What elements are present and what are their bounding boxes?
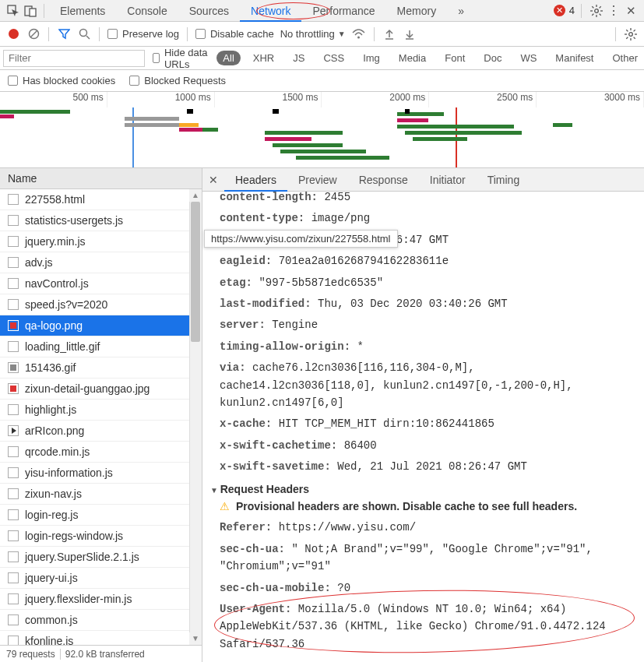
request-row[interactable]: adv.js bbox=[0, 252, 202, 273]
request-row[interactable]: loading_little.gif bbox=[0, 336, 202, 357]
filter-type-font[interactable]: Font bbox=[438, 51, 471, 65]
file-list[interactable]: 227558.htmlstatistics-usergets.jsjquery.… bbox=[0, 189, 202, 645]
filter-type-img[interactable]: Img bbox=[357, 51, 386, 65]
request-row[interactable]: jquery.flexslider-min.js bbox=[0, 589, 202, 610]
filter-type-xhr[interactable]: XHR bbox=[247, 51, 280, 65]
request-row[interactable]: arRIcon.png bbox=[0, 421, 202, 442]
response-header-row: timing-allow-origin: * bbox=[220, 338, 632, 355]
request-row[interactable]: speed.js?v=2020 bbox=[0, 294, 202, 315]
request-row[interactable]: navControl.js bbox=[0, 273, 202, 294]
request-row[interactable]: jquery.min.js bbox=[0, 231, 202, 252]
main-tab-sources[interactable]: Sources bbox=[178, 0, 240, 22]
header-value: * bbox=[357, 340, 363, 353]
file-type-icon bbox=[8, 636, 19, 645]
preserve-log-checkbox[interactable]: Preserve log bbox=[107, 28, 179, 40]
name-column-header[interactable]: Name bbox=[0, 168, 202, 189]
svg-point-19 bbox=[629, 32, 633, 36]
search-icon[interactable] bbox=[77, 27, 91, 41]
request-row[interactable]: zixun-detail-guanggao.jpg bbox=[0, 379, 202, 400]
disable-cache-checkbox[interactable]: Disable cache bbox=[195, 28, 274, 40]
header-value: "997-5b5871edc6535" bbox=[259, 276, 383, 289]
filter-type-other[interactable]: Other bbox=[606, 51, 644, 65]
svg-point-14 bbox=[79, 30, 86, 37]
kebab-icon[interactable]: ⋮ bbox=[605, 2, 622, 19]
headers-body[interactable]: content-length: 2455content-type: image/… bbox=[202, 192, 644, 662]
wifi-icon[interactable] bbox=[352, 27, 366, 41]
request-row[interactable]: jquery.SuperSlide.2.1.js bbox=[0, 547, 202, 568]
main-tab-memory[interactable]: Memory bbox=[386, 0, 448, 22]
request-row[interactable]: zixun-nav.js bbox=[0, 484, 202, 505]
svg-line-26 bbox=[626, 37, 628, 38]
request-row[interactable]: jquery-ui.js bbox=[0, 568, 202, 589]
header-value: https://www.yisu.com/ bbox=[279, 521, 416, 533]
scrollbar[interactable]: ▲ ▼ bbox=[189, 189, 202, 645]
detail-tab-headers[interactable]: Headers bbox=[224, 168, 287, 192]
settings-gear-icon[interactable] bbox=[624, 27, 638, 41]
svg-line-10 bbox=[592, 13, 593, 15]
hide-data-urls-checkbox[interactable]: Hide data URLs bbox=[153, 47, 209, 70]
file-type-icon bbox=[8, 425, 19, 436]
gear-icon[interactable] bbox=[588, 2, 605, 19]
has-blocked-cookies-checkbox[interactable]: Has blocked cookies bbox=[8, 75, 115, 86]
throttling-dropdown[interactable]: No throttling ▼ bbox=[280, 28, 346, 40]
record-button[interactable] bbox=[6, 27, 20, 41]
filter-bar: Hide data URLs AllXHRJSCSSImgMediaFontDo… bbox=[0, 47, 644, 70]
request-row[interactable]: yisu-information.js bbox=[0, 463, 202, 484]
filter-type-css[interactable]: CSS bbox=[317, 51, 350, 65]
filter-type-doc[interactable]: Doc bbox=[477, 51, 508, 65]
request-row[interactable]: statistics-usergets.js bbox=[0, 210, 202, 231]
download-icon[interactable] bbox=[403, 27, 417, 41]
separator bbox=[99, 27, 100, 41]
request-row[interactable]: login-reg.js bbox=[0, 505, 202, 526]
detail-tab-preview[interactable]: Preview bbox=[287, 168, 348, 192]
timeline-tick: 3000 ms bbox=[537, 92, 644, 107]
filter-type-all[interactable]: All bbox=[216, 51, 240, 65]
file-name: login-reg.js bbox=[25, 509, 78, 521]
device-toggle-icon[interactable] bbox=[22, 2, 39, 19]
detail-tab-response[interactable]: Response bbox=[348, 168, 419, 192]
main-tab-elements[interactable]: Elements bbox=[49, 0, 116, 22]
scroll-down-arrow[interactable]: ▼ bbox=[189, 632, 202, 645]
main-tab-console[interactable]: Console bbox=[116, 0, 178, 22]
response-header-row: x-swift-cachetime: 86400 bbox=[220, 437, 632, 454]
request-row[interactable]: 227558.html bbox=[0, 189, 202, 210]
file-type-icon bbox=[8, 215, 19, 226]
tabs-overflow[interactable]: » bbox=[447, 0, 475, 22]
upload-icon[interactable] bbox=[382, 27, 396, 41]
filter-type-js[interactable]: JS bbox=[287, 51, 311, 65]
main-tab-strip: ElementsConsoleSourcesNetworkPerformance… bbox=[0, 0, 644, 22]
blocked-requests-checkbox[interactable]: Blocked Requests bbox=[129, 75, 226, 86]
request-row[interactable]: login-regs-window.js bbox=[0, 526, 202, 547]
main-tab-network[interactable]: Network bbox=[240, 0, 301, 22]
status-bar: 79 requests 92.0 kB transferred bbox=[0, 645, 202, 662]
request-row[interactable]: kfonline.is bbox=[0, 631, 202, 645]
scroll-up-arrow[interactable]: ▲ bbox=[189, 189, 202, 202]
close-icon[interactable]: ✕ bbox=[622, 2, 639, 19]
main-tab-performance[interactable]: Performance bbox=[301, 0, 385, 22]
request-row[interactable]: 151436.gif bbox=[0, 357, 202, 379]
waterfall-timeline[interactable]: 500 ms1000 ms1500 ms2000 ms2500 ms3000 m… bbox=[0, 92, 644, 168]
has-blocked-cookies-label: Has blocked cookies bbox=[23, 75, 115, 86]
filter-type-manifest[interactable]: Manifest bbox=[549, 51, 600, 65]
clear-button[interactable] bbox=[26, 27, 40, 41]
filter-type-ws[interactable]: WS bbox=[514, 51, 543, 65]
svg-line-27 bbox=[634, 30, 635, 31]
error-count-badge[interactable]: ✕ 4 bbox=[554, 5, 575, 16]
filter-icon[interactable] bbox=[57, 27, 71, 41]
request-row[interactable]: common.js bbox=[0, 610, 202, 631]
request-row[interactable]: qrcode.min.js bbox=[0, 442, 202, 463]
request-row[interactable]: qa-logo.png bbox=[0, 315, 202, 336]
separator bbox=[60, 649, 61, 660]
file-name: jquery.flexslider-min.js bbox=[25, 593, 132, 605]
scroll-thumb[interactable] bbox=[191, 202, 200, 342]
detail-tab-timing[interactable]: Timing bbox=[477, 168, 531, 192]
header-value: Thu, 03 Dec 2020 03:40:26 GMT bbox=[318, 298, 508, 310]
filter-type-media[interactable]: Media bbox=[392, 51, 432, 65]
filter-input[interactable] bbox=[3, 50, 145, 67]
timeline-tick: 1000 ms bbox=[107, 92, 215, 107]
request-headers-section[interactable]: Request Headers bbox=[210, 483, 632, 495]
inspect-icon[interactable] bbox=[5, 2, 22, 19]
close-detail-icon[interactable]: ✕ bbox=[202, 174, 224, 186]
detail-tab-initiator[interactable]: Initiator bbox=[419, 168, 477, 192]
request-row[interactable]: highlight.js bbox=[0, 400, 202, 421]
